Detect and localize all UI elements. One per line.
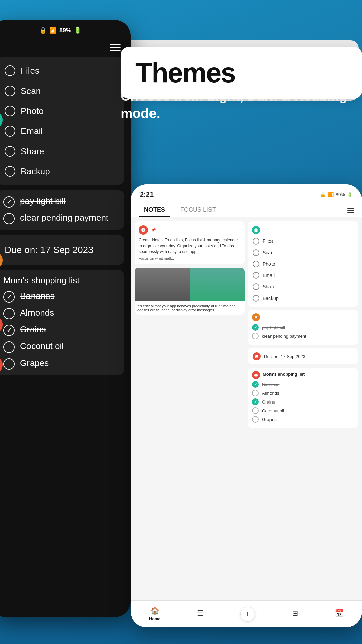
rp-shop-check-coconut-oil[interactable] <box>252 407 259 414</box>
rp-shop-text-almonds: Almonds <box>262 391 279 396</box>
rp-shop-item-coconut-oil[interactable]: Coconut oil <box>252 407 354 414</box>
shopping-checkbox-grains[interactable] <box>3 325 15 336</box>
rp-shop-check-almonds[interactable] <box>252 390 259 396</box>
shopping-checkbox-almonds[interactable] <box>3 308 15 319</box>
rp-photo-2 <box>190 268 245 301</box>
rp-shop-item-bananas[interactable]: Bananas <box>252 381 354 388</box>
nav-item-home[interactable]: 🏠 Home <box>149 607 160 621</box>
rp-menu-circle-photo <box>253 261 259 267</box>
rp-menu-label-share: Share <box>263 284 275 289</box>
hamburger-menu-icon[interactable] <box>110 44 121 51</box>
rp-car-icon <box>253 352 261 360</box>
menu-item-files[interactable]: Files <box>0 61 124 81</box>
shopping-item-coconut-oil[interactable]: Coconut oil <box>3 341 117 353</box>
rp-battery: 89% <box>336 192 345 197</box>
menu-label-email: Email <box>21 126 43 137</box>
todo-item-clear-payment[interactable]: clear pending payment <box>3 212 117 224</box>
battery-icon: 🔋 <box>74 26 81 34</box>
status-bar-left: 🔒 📶 89% 🔋 <box>0 20 131 40</box>
rp-menu-item-backup[interactable]: Backup <box>248 292 358 304</box>
menu-item-scan[interactable]: Scan <box>0 81 124 101</box>
rp-menu-item-scan[interactable]: Scan <box>248 247 358 258</box>
shopping-item-grains[interactable]: Grains <box>3 324 117 336</box>
rp-photo-text: It's critical that your app behaves pred… <box>135 301 245 315</box>
rp-todo-item-clear[interactable]: clear pending payment <box>252 333 354 339</box>
shopping-checkbox-coconut-oil[interactable] <box>3 341 15 353</box>
rp-red-icon <box>139 225 148 235</box>
rp-content-grid: 📌 Create Notes, To-do lists, Focus list … <box>131 217 362 613</box>
rp-status-bar: 2:21 🔒 📶 89% 🔋 <box>131 184 362 201</box>
tab-focus-list[interactable]: FOCUS LIST <box>175 204 221 217</box>
rp-note-card: 📌 Create Notes, To-do lists, Focus list … <box>135 221 245 264</box>
rp-todo-check-clear[interactable] <box>252 333 259 339</box>
menu-circle-files <box>5 65 15 76</box>
rp-shop-check-grapes[interactable] <box>252 416 259 423</box>
rp-todo-item-pay[interactable]: pay light bill <box>252 324 354 331</box>
rp-shopping-title: Mom's shopping list <box>263 372 305 377</box>
calendar-icon: 📅 <box>335 609 344 618</box>
menu-circle-scan <box>5 86 15 96</box>
shopping-item-bananas[interactable]: Bananas <box>3 290 117 303</box>
rp-menu-item-photo[interactable]: Photo <box>248 258 358 270</box>
rp-menu-label-files: Files <box>263 238 273 244</box>
todo-checkbox-clear-payment[interactable] <box>3 213 15 224</box>
rp-menu-circle-email <box>253 272 259 279</box>
rp-menu-label-scan: Scan <box>263 250 274 255</box>
shopping-text-coconut-oil: Coconut oil <box>20 341 64 352</box>
rp-teal-icon <box>252 226 260 234</box>
rp-wifi-icon: 📶 <box>328 192 334 197</box>
menu-label-share: Share <box>21 146 44 157</box>
rp-shop-item-grapes[interactable]: Grapes <box>252 416 354 423</box>
todo-card: pay light bill clear pending payment <box>0 190 124 230</box>
rp-menu-item-share[interactable]: Share <box>248 281 358 292</box>
todo-item-pay-light-bill[interactable]: pay light bill <box>3 196 117 208</box>
shopping-item-grapes[interactable]: Grapes <box>3 358 117 370</box>
rp-right-column: Files Scan Photo Email Share <box>248 221 358 609</box>
nav-item-grid[interactable]: ⊞ <box>292 609 298 619</box>
rp-shop-check-bananas[interactable] <box>252 381 259 388</box>
todo-text-pay-light-bill: pay light bill <box>20 196 66 207</box>
tab-notes[interactable]: NOTES <box>139 204 170 217</box>
menu-item-backup[interactable]: Backup <box>0 161 124 181</box>
shopping-checkbox-grapes[interactable] <box>3 358 15 370</box>
rp-shop-item-almonds[interactable]: Almonds <box>252 390 354 396</box>
rp-menu-item-files[interactable]: Files <box>248 235 358 247</box>
menu-item-email[interactable]: Email <box>0 121 124 141</box>
nav-add-button[interactable]: + <box>240 607 255 622</box>
nav-item-list[interactable]: ☰ <box>197 609 204 619</box>
phone-left-header <box>0 40 131 57</box>
nav-item-calendar[interactable]: 📅 <box>335 609 344 619</box>
rp-shop-text-grapes: Grapes <box>262 417 277 422</box>
phone-right: 2:21 🔒 📶 89% 🔋 NOTES FOCUS LIST 📌 <box>131 184 362 627</box>
shopping-item-almonds[interactable]: Almonds <box>3 307 117 319</box>
menu-label-backup: Backup <box>21 166 50 177</box>
due-date-text: Due on: 17 Sep 2023 <box>5 245 94 255</box>
rp-shop-item-grains[interactable]: Grains <box>252 398 354 405</box>
rp-todo-text-pay: pay light bill <box>262 325 285 330</box>
menu-item-photo[interactable]: Photo <box>0 101 124 121</box>
rp-note-text: Create Notes, To-do lists, Focus list & … <box>139 237 241 254</box>
shopping-checkbox-bananas[interactable] <box>3 291 15 303</box>
rp-todo-check-pay[interactable] <box>252 324 259 331</box>
rp-photos-row <box>135 268 245 301</box>
rp-orange-icon <box>252 313 260 321</box>
rp-menu-circle-backup <box>253 295 259 302</box>
shopping-text-grains: Grains <box>20 324 46 335</box>
rp-shop-text-coconut-oil: Coconut oil <box>262 408 284 413</box>
rp-menu-item-email[interactable]: Email <box>248 270 358 281</box>
rp-shopping-card: Mom's shopping list Bananas Almonds Grai… <box>248 368 358 428</box>
todo-checkbox-pay-light-bill[interactable] <box>3 196 15 208</box>
rp-pin-icon: 📌 <box>151 228 156 232</box>
rp-lock-icon: 🔒 <box>320 192 326 197</box>
rp-hamburger-icon[interactable] <box>347 208 354 213</box>
wifi-icon: 📶 <box>49 26 57 34</box>
menu-label-files: Files <box>21 66 39 76</box>
nav-label-home: Home <box>149 616 160 621</box>
menu-item-share[interactable]: Share <box>0 141 124 161</box>
rp-shop-check-grains[interactable] <box>252 398 259 405</box>
rp-photo-card: It's critical that your app behaves pred… <box>135 268 245 315</box>
rp-note-header: 📌 <box>139 225 241 235</box>
menu-label-scan: Scan <box>21 86 41 96</box>
rp-todo-text-clear: clear pending payment <box>262 334 306 339</box>
rp-menu-label-email: Email <box>263 273 275 278</box>
